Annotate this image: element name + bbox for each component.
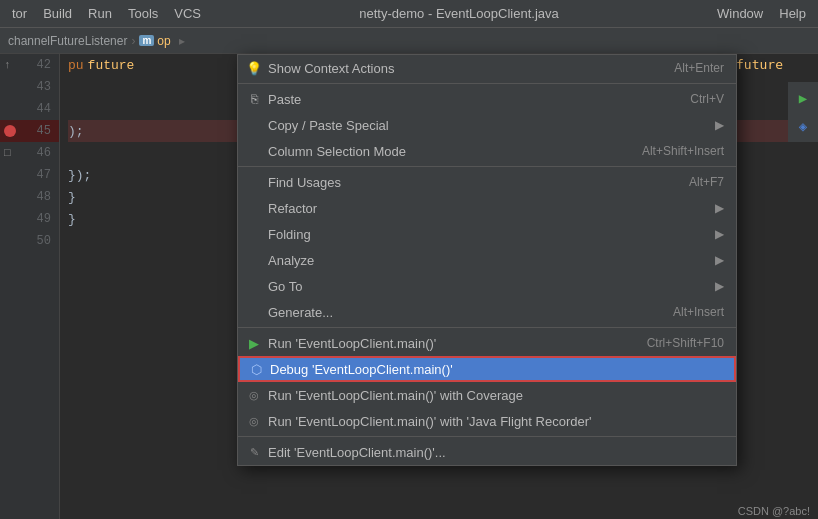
ctx-arrow-refactor: ▶ bbox=[715, 201, 724, 215]
right-icon-blue[interactable]: ◈ bbox=[791, 114, 815, 138]
method-badge: m bbox=[139, 35, 154, 46]
ctx-folding[interactable]: Folding ▶ bbox=[238, 221, 736, 247]
method-name: op bbox=[157, 34, 170, 48]
gutter-line-44: 44 bbox=[0, 98, 59, 120]
ctx-debug-main[interactable]: ⬡ Debug 'EventLoopClient.main()' bbox=[238, 356, 736, 382]
ctx-refactor[interactable]: Refactor ▶ bbox=[238, 195, 736, 221]
breadcrumb-method[interactable]: m op bbox=[139, 34, 170, 48]
ctx-arrow-folding: ▶ bbox=[715, 227, 724, 241]
bulb-icon: 💡 bbox=[246, 60, 262, 76]
breakpoint-indicator bbox=[4, 125, 16, 137]
ctx-shortcut-generate: Alt+Insert bbox=[673, 305, 724, 319]
ctx-shortcut-find: Alt+F7 bbox=[689, 175, 724, 189]
gutter-line-43: 43 bbox=[0, 76, 59, 98]
gutter-line-45: 45 bbox=[0, 120, 59, 142]
ctx-sep-3 bbox=[238, 327, 736, 328]
ctx-arrow-analyze: ▶ bbox=[715, 253, 724, 267]
ctx-copy-paste-special[interactable]: Copy / Paste Special ▶ bbox=[238, 112, 736, 138]
gutter-line-50: 50 bbox=[0, 230, 59, 252]
ctx-label-copy-paste: Copy / Paste Special bbox=[268, 118, 707, 133]
ctx-label-goto: Go To bbox=[268, 279, 707, 294]
menu-run[interactable]: Run bbox=[80, 2, 120, 25]
ctx-sep-1 bbox=[238, 83, 736, 84]
menu-bar: tor Build Run Tools VCS netty-demo - Eve… bbox=[0, 0, 818, 28]
right-icon-green[interactable]: ▶ bbox=[791, 86, 815, 110]
ctx-shortcut-column: Alt+Shift+Insert bbox=[642, 144, 724, 158]
breadcrumb-sep: › bbox=[131, 34, 135, 48]
paste-icon: ⎘ bbox=[246, 91, 262, 107]
breadcrumb-class[interactable]: channelFutureListener bbox=[8, 34, 127, 48]
menu-tools[interactable]: Tools bbox=[120, 2, 166, 25]
ctx-shortcut-paste: Ctrl+V bbox=[690, 92, 724, 106]
ctx-paste[interactable]: ⎘ Paste Ctrl+V bbox=[238, 86, 736, 112]
menu-window[interactable]: Window bbox=[709, 2, 771, 25]
gutter-line-46: □ 46 bbox=[0, 142, 59, 164]
editor-area: ↑ 42 43 44 45 □ 46 47 48 49 50 pufuture … bbox=[0, 54, 818, 519]
status-bar: CSDN @?abc! bbox=[730, 503, 818, 519]
ctx-run-flight[interactable]: ◎ Run 'EventLoopClient.main()' with 'Jav… bbox=[238, 408, 736, 434]
ctx-label-edit: Edit 'EventLoopClient.main()'... bbox=[268, 445, 724, 460]
coverage-icon: ◎ bbox=[246, 387, 262, 403]
breadcrumb-bar: channelFutureListener › m op ▸ bbox=[0, 28, 818, 54]
menu-tor[interactable]: tor bbox=[4, 2, 35, 25]
right-line-future: future bbox=[736, 54, 783, 76]
gutter-line-48: 48 bbox=[0, 186, 59, 208]
line-gutter: ↑ 42 43 44 45 □ 46 47 48 49 50 bbox=[0, 54, 60, 519]
edit-icon: ✎ bbox=[246, 444, 262, 460]
gutter-line-42: ↑ 42 bbox=[0, 54, 59, 76]
debug-icon: ⬡ bbox=[248, 361, 264, 377]
ctx-generate[interactable]: Generate... Alt+Insert bbox=[238, 299, 736, 325]
ctx-label-folding: Folding bbox=[268, 227, 707, 242]
ctx-label-find: Find Usages bbox=[268, 175, 669, 190]
ctx-label-column: Column Selection Mode bbox=[268, 144, 622, 159]
ctx-goto[interactable]: Go To ▶ bbox=[238, 273, 736, 299]
ctx-edit-main[interactable]: ✎ Edit 'EventLoopClient.main()'... bbox=[238, 439, 736, 465]
breadcrumb-ellipsis: ▸ bbox=[179, 34, 185, 48]
gutter-line-47: 47 bbox=[0, 164, 59, 186]
ctx-label-paste: Paste bbox=[268, 92, 670, 107]
ctx-run-coverage[interactable]: ◎ Run 'EventLoopClient.main()' with Cove… bbox=[238, 382, 736, 408]
ctx-label-refactor: Refactor bbox=[268, 201, 707, 216]
run-icon: ▶ bbox=[246, 335, 262, 351]
ctx-label-coverage: Run 'EventLoopClient.main()' with Covera… bbox=[268, 388, 724, 403]
ctx-analyze[interactable]: Analyze ▶ bbox=[238, 247, 736, 273]
ctx-shortcut-show-context: Alt+Enter bbox=[674, 61, 724, 75]
ctx-arrow-copy-paste: ▶ bbox=[715, 118, 724, 132]
right-code: future bbox=[736, 54, 783, 76]
menu-vcs[interactable]: VCS bbox=[166, 2, 209, 25]
ctx-label-run: Run 'EventLoopClient.main()' bbox=[268, 336, 627, 351]
ctx-show-context-actions[interactable]: 💡 Show Context Actions Alt+Enter bbox=[238, 55, 736, 81]
ctx-shortcut-run: Ctrl+Shift+F10 bbox=[647, 336, 724, 350]
flight-icon: ◎ bbox=[246, 413, 262, 429]
ctx-column-selection[interactable]: Column Selection Mode Alt+Shift+Insert bbox=[238, 138, 736, 164]
ctx-sep-4 bbox=[238, 436, 736, 437]
ctx-label-show-context: Show Context Actions bbox=[268, 61, 654, 76]
gutter-line-49: 49 bbox=[0, 208, 59, 230]
window-title: netty-demo - EventLoopClient.java bbox=[209, 6, 709, 21]
right-toolbar: ▶ ◈ bbox=[788, 82, 818, 142]
ctx-sep-2 bbox=[238, 166, 736, 167]
menu-build[interactable]: Build bbox=[35, 2, 80, 25]
ctx-find-usages[interactable]: Find Usages Alt+F7 bbox=[238, 169, 736, 195]
ctx-label-flight: Run 'EventLoopClient.main()' with 'Java … bbox=[268, 414, 724, 429]
ctx-arrow-goto: ▶ bbox=[715, 279, 724, 293]
ctx-run-main[interactable]: ▶ Run 'EventLoopClient.main()' Ctrl+Shif… bbox=[238, 330, 736, 356]
ctx-label-analyze: Analyze bbox=[268, 253, 707, 268]
menu-help[interactable]: Help bbox=[771, 2, 814, 25]
ctx-label-debug: Debug 'EventLoopClient.main()' bbox=[270, 362, 722, 377]
ctx-label-generate: Generate... bbox=[268, 305, 653, 320]
context-menu: 💡 Show Context Actions Alt+Enter ⎘ Paste… bbox=[237, 54, 737, 466]
